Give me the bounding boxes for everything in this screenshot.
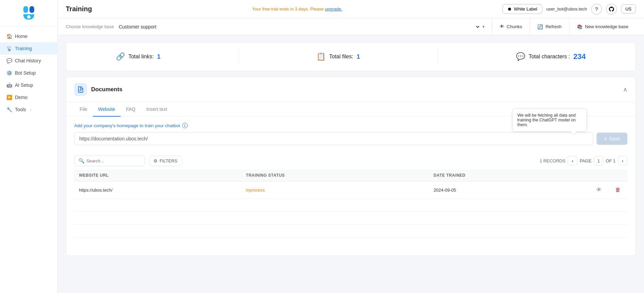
links-icon: 🔗 [116,52,125,61]
row-url: https://ubos.tech/ [74,181,241,199]
svg-point-2 [27,15,30,19]
sidebar-item-chat-history[interactable]: 💬 Chat History [0,55,57,67]
bot-setup-icon: ⚙️ [6,70,12,76]
docs-header: Documents ∧ [66,77,636,102]
sidebar-item-bot-setup[interactable]: ⚙️ Bot Setup [0,67,57,79]
filters-button[interactable]: ⚙ FILTERS [149,156,182,166]
trial-notice: Your free trial ends in 3 days. Please u… [98,6,497,12]
refresh-icon: 🔄 [537,24,543,30]
sidebar-item-training[interactable]: 📡 Training [0,42,57,55]
records-count: 1 RECORDS [540,158,565,163]
user-email: user_bot@ubos.tech [546,6,587,12]
stat-divider-1 [238,50,239,63]
sidebar-item-training-label: Training [15,46,32,51]
row-delete-action: 🗑 [608,181,627,199]
topbar: Training Your free trial ends in 3 days.… [58,0,644,18]
total-chars-value: 234 [573,52,586,61]
filters-icon: ⚙ [153,158,158,163]
tab-file[interactable]: File [74,102,93,117]
empty-row-4 [74,237,627,250]
data-table: WEBSITE URL TRAINING STATUS DATE TRAINED… [74,170,627,250]
files-icon: 📋 [316,52,326,61]
sidebar-item-tools[interactable]: 🔧 Tools › [0,103,57,116]
stat-divider-2 [438,50,438,63]
refresh-button[interactable]: 🔄 Refresh [529,18,569,35]
info-icon[interactable]: i [182,123,188,128]
help-button[interactable]: ? [591,4,602,15]
website-tab-content: Add your company's homepage to train you… [66,117,636,151]
tools-arrow-icon: › [30,108,32,112]
table-header-row: WEBSITE URL TRAINING STATUS DATE TRAINED [74,170,627,181]
docs-header-left: Documents [74,83,123,96]
row-view-action: 👁 [589,181,608,199]
table-section: 🔍 ⚙ FILTERS 1 RECORDS ‹ PAGE 1 OF 1 › [66,151,636,256]
tooltip-box: We will be fetching all data and trainin… [512,109,587,132]
content-area: 🔗 Total links: 1 📋 Total files: 1 💬 Tota… [58,35,644,293]
page-title: Training [66,5,92,13]
pagination: 1 RECORDS ‹ PAGE 1 OF 1 › [540,156,627,165]
total-links-value: 1 [157,53,161,60]
sidebar: 🏠 Home 📡 Training 💬 Chat History ⚙️ Bot … [0,0,58,293]
github-button[interactable] [606,4,617,15]
sidebar-item-demo[interactable]: ▶️ Demo [0,91,57,103]
sidebar-item-ai-setup[interactable]: 🤖 AI Setup [0,79,57,91]
empty-row-3 [74,224,627,237]
sidebar-item-bot-setup-label: Bot Setup [15,70,36,76]
delete-row-button[interactable]: 🗑 [613,185,623,194]
svg-rect-1 [29,6,34,13]
sidebar-item-home[interactable]: 🏠 Home [0,30,57,42]
stats-row: 🔗 Total links: 1 📋 Total files: 1 💬 Tota… [66,42,636,71]
view-row-button[interactable]: 👁 [594,185,604,194]
tab-insert-text[interactable]: Insert text [141,102,172,117]
tab-faq[interactable]: FAQ [121,102,141,117]
sidebar-item-chat-history-label: Chat History [15,58,41,63]
ai-setup-icon: 🤖 [6,82,12,88]
logo [0,0,57,27]
save-button[interactable]: ≡ Save [597,133,627,145]
empty-row-2 [74,212,627,224]
training-icon: 📡 [6,45,12,52]
stat-files: 📋 Total files: 1 [316,52,360,61]
tools-icon: 🔧 [6,106,12,113]
kb-select-wrapper: Customer support ▾ [117,24,492,30]
sidebar-nav: 🏠 Home 📡 Training 💬 Chat History ⚙️ Bot … [0,27,57,119]
stat-links: 🔗 Total links: 1 [116,52,161,61]
url-row: We will be fetching all data and trainin… [74,132,627,145]
us-button[interactable]: US [621,4,636,14]
next-page-button[interactable]: › [618,156,627,165]
total-chars-label: Total characters : [528,54,570,60]
chunks-button[interactable]: 👁 Chunks [492,18,530,35]
white-label-button[interactable]: ⏺ White Label [502,4,542,14]
search-input[interactable] [86,158,141,163]
col-date: DATE TRAINED [429,170,589,181]
collapse-button[interactable]: ∧ [623,86,627,93]
white-label-icon: ⏺ [507,6,512,12]
search-wrapper: 🔍 [74,155,145,166]
kb-select[interactable]: Customer support [117,24,480,30]
demo-icon: ▶️ [6,94,12,100]
new-kb-icon: 📚 [577,24,583,30]
col-actions-1 [589,170,608,181]
chars-icon: 💬 [516,52,525,61]
kb-actions: 👁 Chunks 🔄 Refresh 📚 New knowledge base [492,18,636,35]
documents-title: Documents [91,86,123,93]
url-input[interactable] [74,132,593,145]
empty-row-1 [74,199,627,212]
new-kb-button[interactable]: 📚 New knowledge base [569,18,636,35]
prev-page-button[interactable]: ‹ [568,156,577,165]
tab-website[interactable]: Website [93,102,121,117]
question-icon: ? [595,6,598,12]
stat-chars: 💬 Total characters : 234 [516,52,586,61]
row-date: 2024-09-05 [429,181,589,199]
topbar-actions: ⏺ White Label user_bot@ubos.tech ? US [502,4,636,15]
main-content: Training Your free trial ends in 3 days.… [58,0,644,293]
sidebar-item-home-label: Home [15,34,27,39]
page-number: 1 [594,156,603,165]
col-actions-2 [608,170,627,181]
total-files-label: Total files: [329,54,353,60]
upgrade-link[interactable]: upgrade. [325,6,342,12]
documents-icon [74,83,87,96]
github-icon [608,6,615,12]
search-icon: 🔍 [79,158,84,163]
page-label: PAGE [580,158,591,163]
